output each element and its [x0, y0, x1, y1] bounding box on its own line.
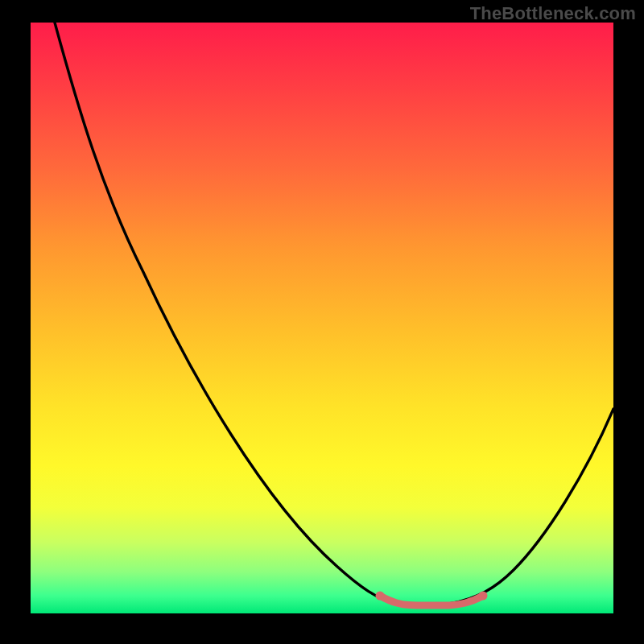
optimum-marker-left: [376, 592, 385, 601]
chart-frame: TheBottleneck.com: [0, 0, 644, 644]
optimum-marker-right: [479, 592, 488, 601]
mismatch-curve: [55, 23, 613, 604]
optimum-range-highlight: [380, 596, 483, 605]
bottleneck-curve: [31, 23, 613, 613]
watermark-text: TheBottleneck.com: [470, 3, 636, 24]
plot-area: [31, 23, 613, 613]
